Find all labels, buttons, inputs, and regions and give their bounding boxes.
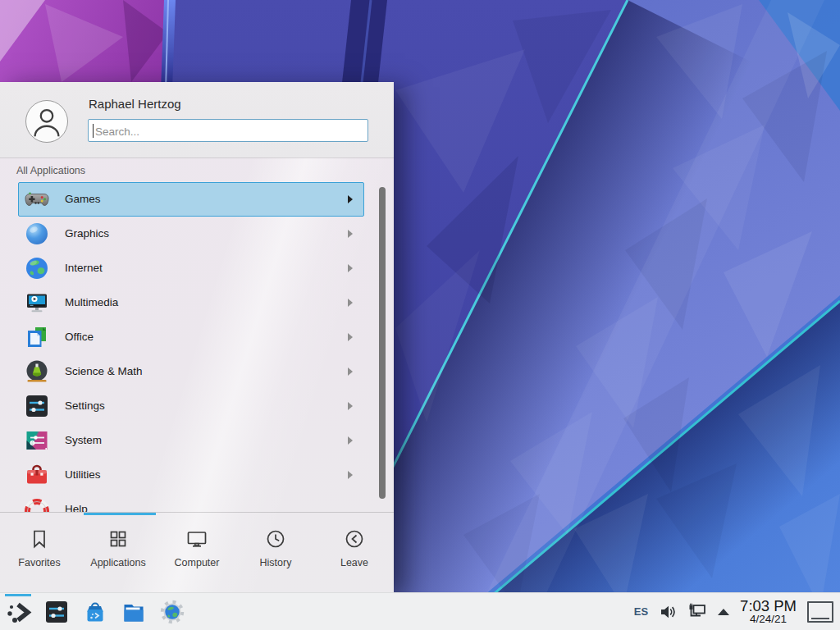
tab-label: Applications (90, 557, 145, 568)
taskbar-panel: ES 7:03 PM 4/24/21 (0, 592, 840, 630)
show-desktop-button[interactable] (807, 601, 833, 623)
show-desktop-glyph (811, 618, 829, 619)
sphere-icon (24, 221, 50, 247)
expand-tray-arrow-icon[interactable] (718, 609, 729, 615)
app-grid-icon (107, 528, 129, 550)
submenu-arrow-icon (348, 368, 353, 376)
category-label: Help (65, 503, 88, 512)
tab-computer[interactable]: Computer (158, 517, 236, 592)
category-label: Multimedia (65, 296, 118, 308)
category-row-science-math[interactable]: Science & Math (0, 354, 394, 389)
network-icon[interactable] (687, 603, 707, 620)
tab-label: Favorites (18, 557, 60, 568)
user-name: Raphael Hertzog (89, 97, 181, 111)
category-row-graphics[interactable]: Graphics (0, 217, 394, 251)
category-row-office[interactable]: Office (0, 320, 394, 354)
bookmark-icon (29, 528, 50, 550)
category-row-internet[interactable]: Internet (0, 251, 394, 285)
category-row-multimedia[interactable]: Multimedia (0, 285, 394, 320)
flask-icon (24, 358, 50, 385)
category-label: Settings (65, 399, 105, 412)
computer-icon (186, 528, 208, 550)
system-settings-button[interactable] (41, 594, 72, 630)
system-tray: ES 7:03 PM 4/24/21 (634, 598, 840, 626)
tab-favorites[interactable]: Favorites (0, 517, 79, 592)
leave-icon (344, 528, 365, 550)
toolbox-icon (24, 462, 50, 488)
submenu-arrow-icon (348, 230, 353, 238)
clock-time: 7:03 PM (740, 598, 797, 614)
system-settings-icon (43, 599, 70, 625)
category-label: Office (65, 331, 94, 343)
gamepad-icon (24, 186, 50, 212)
application-launcher-menu: Raphael Hertzog All Applications (0, 82, 394, 592)
tab-applications[interactable]: Applications (79, 517, 158, 592)
submenu-arrow-icon (348, 299, 353, 307)
globe-icon (24, 255, 50, 281)
discover-button[interactable] (80, 594, 111, 630)
category-label: Science & Math (65, 365, 143, 377)
category-label: System (65, 434, 102, 446)
category-label: Games (65, 193, 101, 205)
active-indicator (5, 594, 31, 596)
tab-leave[interactable]: Leave (315, 517, 394, 592)
submenu-arrow-icon (348, 195, 353, 203)
tab-label: Leave (340, 557, 368, 568)
globe-gear-icon (159, 599, 185, 625)
tab-label: Computer (175, 557, 220, 568)
history-clock-icon (265, 528, 286, 550)
keyboard-layout-indicator[interactable]: ES (634, 605, 648, 618)
category-label: Utilities (65, 468, 101, 481)
kickoff-launcher-button[interactable] (2, 594, 34, 630)
lifebuoy-icon (24, 496, 50, 512)
active-tab-underline (84, 513, 156, 515)
sliders-icon (24, 393, 50, 419)
folder-icon (121, 599, 147, 625)
category-row-utilities[interactable]: Utilities (0, 458, 394, 492)
category-row-settings[interactable]: Settings (0, 389, 394, 423)
category-label: Graphics (65, 227, 109, 240)
section-label: All Applications (16, 165, 85, 176)
category-row-games[interactable]: Games (0, 182, 394, 217)
kickoff-icon (4, 598, 32, 626)
search-input[interactable] (94, 121, 368, 142)
dolphin-file-manager-button[interactable] (118, 594, 149, 630)
documents-icon (24, 324, 50, 350)
submenu-arrow-icon (348, 264, 353, 272)
submenu-arrow-icon (348, 436, 353, 445)
desktop: Raphael Hertzog All Applications (0, 0, 840, 630)
submenu-arrow-icon (348, 471, 353, 479)
user-avatar[interactable] (25, 100, 68, 143)
list-scrollbar[interactable] (379, 187, 386, 499)
monitor-play-icon (24, 290, 50, 316)
category-label: Internet (65, 262, 103, 274)
system-sliders-icon (24, 427, 50, 454)
category-row-system[interactable]: System (0, 423, 394, 458)
launcher-tab-bar: Favorites Applications Computer (0, 517, 394, 592)
footer-divider (0, 512, 394, 513)
submenu-arrow-icon (348, 402, 353, 410)
application-category-list: Games Graphics (0, 182, 394, 512)
taskbar-launchers (0, 594, 188, 630)
submenu-arrow-icon (348, 333, 353, 341)
search-field[interactable] (88, 119, 368, 142)
digital-clock[interactable]: 7:03 PM 4/24/21 (740, 598, 797, 626)
header-divider (0, 158, 394, 158)
clock-date: 4/24/21 (750, 614, 787, 625)
tab-history[interactable]: History (236, 517, 315, 592)
user-icon (26, 101, 67, 142)
web-browser-button[interactable] (157, 594, 188, 630)
category-row-help[interactable]: Help (0, 492, 394, 512)
tab-label: History (260, 557, 292, 568)
launcher-header: Raphael Hertzog (0, 82, 394, 158)
discover-icon (82, 599, 108, 625)
volume-icon[interactable] (659, 604, 677, 620)
